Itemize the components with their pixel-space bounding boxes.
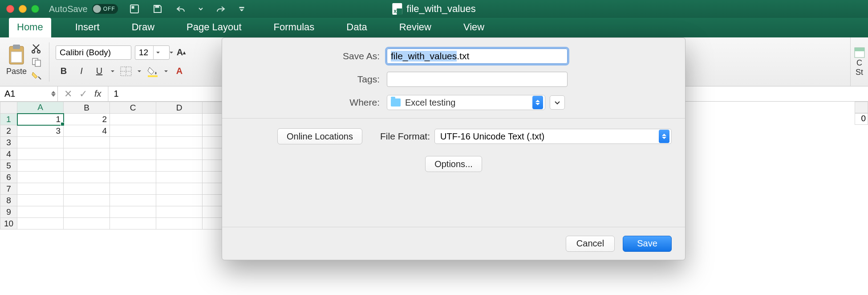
tab-home[interactable]: Home — [9, 18, 51, 37]
tab-insert[interactable]: Insert — [67, 18, 108, 37]
qat-overflow-icon[interactable] — [239, 4, 245, 14]
tags-label: Tags: — [235, 74, 387, 85]
where-stepper-icon[interactable] — [532, 96, 543, 109]
cell-b2[interactable]: 4 — [64, 125, 110, 137]
name-box[interactable]: A1 — [0, 86, 58, 101]
minimize-window-icon[interactable] — [19, 5, 27, 13]
file-format-select[interactable]: UTF-16 Unicode Text (.txt) — [434, 129, 672, 144]
file-format-stepper-icon[interactable] — [659, 130, 669, 143]
tab-page-layout[interactable]: Page Layout — [178, 18, 250, 37]
save-icon[interactable] — [152, 4, 163, 14]
right-cell[interactable]: 0 — [855, 113, 868, 125]
where-value: Excel testing — [405, 98, 455, 108]
row-header-10[interactable]: 10 — [0, 218, 17, 229]
excel-file-icon — [392, 3, 402, 15]
fill-dropdown-icon[interactable] — [162, 69, 170, 74]
font-size-input[interactable] — [135, 48, 153, 57]
save-as-label: Save As: — [235, 51, 387, 61]
clipboard-group: Paste — [6, 44, 43, 80]
where-select[interactable]: Excel testing — [387, 95, 545, 110]
cancel-formula-icon[interactable]: ✕ — [64, 88, 72, 100]
underline-button[interactable]: U — [91, 64, 107, 78]
name-box-value: A1 — [4, 89, 15, 99]
font-size-combo[interactable] — [135, 45, 170, 60]
chevron-down-icon[interactable] — [153, 46, 162, 59]
name-box-stepper[interactable] — [51, 91, 56, 97]
row-header-6[interactable]: 6 — [0, 172, 17, 183]
fill-color-button[interactable] — [145, 64, 161, 78]
where-label: Where: — [235, 97, 387, 108]
cut-icon[interactable] — [31, 44, 43, 53]
italic-button[interactable]: I — [73, 64, 89, 78]
increase-font-icon[interactable]: A▴ — [173, 45, 189, 60]
window-controls — [6, 5, 39, 13]
borders-button[interactable] — [118, 64, 134, 78]
tab-formulas[interactable]: Formulas — [266, 18, 323, 37]
svg-rect-1 — [132, 6, 134, 8]
copy-icon[interactable] — [31, 57, 43, 67]
quick-access-toolbar — [129, 4, 245, 14]
cell-c1[interactable] — [110, 114, 156, 125]
row-header-4[interactable]: 4 — [0, 148, 17, 160]
row-header-9[interactable]: 9 — [0, 206, 17, 218]
file-format-value: UTF-16 Unicode Text (.txt) — [440, 131, 544, 142]
document-title: file_with_values — [392, 3, 475, 15]
document-name: file_with_values — [406, 3, 475, 15]
font-group: A▴ B I U A — [56, 45, 189, 78]
redo-icon[interactable] — [215, 4, 226, 14]
cell-a2[interactable]: 3 — [17, 125, 64, 137]
undo-icon[interactable] — [175, 4, 186, 14]
row-header-3[interactable]: 3 — [0, 137, 17, 148]
autosave-toggle[interactable]: AutoSave OFF — [49, 4, 118, 14]
expand-browser-button[interactable] — [550, 95, 565, 110]
fullscreen-window-icon[interactable] — [31, 5, 39, 13]
templates-icon[interactable] — [129, 4, 140, 14]
group-divider — [49, 42, 49, 82]
close-window-icon[interactable] — [6, 5, 14, 13]
column-header-a[interactable]: A — [17, 102, 64, 114]
accept-formula-icon[interactable]: ✓ — [79, 88, 87, 100]
row-header-2[interactable]: 2 — [0, 125, 17, 137]
autosave-label: AutoSave — [49, 4, 88, 14]
tab-review[interactable]: Review — [391, 18, 439, 37]
tab-view[interactable]: View — [455, 18, 492, 37]
autosave-switch[interactable]: OFF — [92, 4, 118, 14]
column-header-c[interactable]: C — [110, 102, 156, 114]
undo-dropdown-icon[interactable] — [199, 4, 203, 14]
svg-rect-10 — [35, 60, 41, 66]
tags-input[interactable] — [387, 72, 568, 87]
cancel-button[interactable]: Cancel — [566, 236, 615, 252]
fx-icon[interactable]: fx — [94, 89, 101, 99]
column-header-d[interactable]: D — [156, 102, 203, 114]
select-all-corner[interactable] — [0, 102, 17, 114]
svg-rect-16 — [855, 48, 864, 51]
save-button[interactable]: Save — [623, 236, 672, 252]
cell-b1[interactable]: 2 — [64, 114, 110, 125]
formula-value: 1 — [114, 89, 119, 99]
cell-styles-label-1: C — [856, 58, 862, 68]
save-dialog: Save As: file_with_values.txt Tags: Wher… — [222, 37, 685, 260]
options-button[interactable]: Options... — [425, 156, 482, 172]
titlebar: AutoSave OFF file_with_values — [0, 0, 868, 18]
bold-button[interactable]: B — [56, 64, 72, 78]
underline-dropdown-icon[interactable] — [109, 69, 116, 74]
row-header-1[interactable]: 1 — [0, 114, 17, 125]
borders-dropdown-icon[interactable] — [136, 69, 143, 74]
row-header-7[interactable]: 7 — [0, 183, 17, 195]
font-color-button[interactable]: A — [171, 64, 187, 78]
cell-d1[interactable] — [156, 114, 203, 125]
column-header-b[interactable]: B — [64, 102, 110, 114]
file-format-label: File Format: — [380, 131, 430, 142]
cell-a1[interactable]: 1 — [17, 114, 64, 125]
ribbon-cell-styles-clip[interactable]: C St — [850, 37, 868, 86]
filename-ext: .txt — [457, 51, 469, 61]
row-header-8[interactable]: 8 — [0, 195, 17, 206]
format-painter-icon[interactable] — [31, 70, 43, 80]
tab-draw[interactable]: Draw — [124, 18, 162, 37]
paste-button[interactable]: Paste — [6, 44, 27, 76]
save-as-input[interactable]: file_with_values.txt — [387, 49, 568, 64]
font-name-combo[interactable] — [56, 45, 131, 60]
online-locations-button[interactable]: Online Locations — [277, 128, 362, 144]
row-header-5[interactable]: 5 — [0, 160, 17, 172]
tab-data[interactable]: Data — [338, 18, 375, 37]
